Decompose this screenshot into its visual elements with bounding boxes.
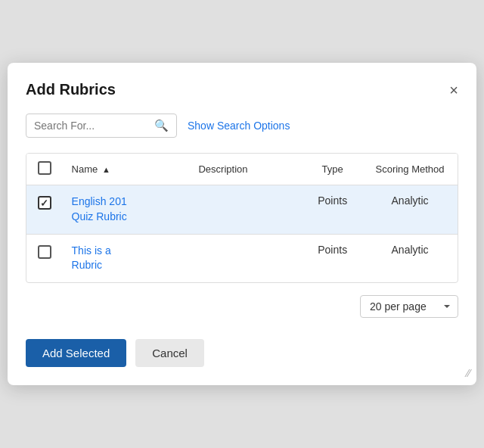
search-input[interactable]: [34, 120, 151, 132]
row-name-cell: English 201 Quiz Rubric: [63, 185, 144, 234]
row-checkbox[interactable]: ✓: [38, 196, 51, 210]
search-icon: 🔍: [154, 119, 169, 132]
header-name: Name ▲: [63, 154, 144, 185]
search-box: 🔍: [26, 114, 177, 138]
sort-arrow-icon: ▲: [102, 165, 110, 174]
cancel-button[interactable]: Cancel: [135, 339, 204, 367]
modal-title: Add Rubrics: [26, 81, 116, 98]
show-search-options-link[interactable]: Show Search Options: [188, 120, 290, 132]
row-checkbox-cell: ✓: [26, 185, 63, 234]
row-type-cell: Points: [302, 185, 362, 234]
search-row: 🔍 Show Search Options: [26, 114, 458, 138]
row-checkbox-cell: [26, 234, 63, 282]
table-row: ✓English 201 Quiz RubricPointsAnalytic: [26, 185, 458, 234]
row-description-cell: [144, 185, 303, 234]
header-checkbox-cell: [26, 154, 63, 185]
pagination-row: 20 per page50 per page100 per page: [26, 295, 458, 318]
rubrics-table-wrapper: Name ▲ Description Type Scoring Method ✓…: [26, 153, 458, 282]
rubric-name-link[interactable]: This is a Rubric: [72, 244, 111, 272]
table-row: This is a RubricPointsAnalytic: [26, 234, 458, 282]
table-header-row: Name ▲ Description Type Scoring Method: [26, 154, 458, 185]
modal-header: Add Rubrics ×: [26, 81, 458, 98]
header-scoring-method: Scoring Method: [362, 154, 458, 185]
checkmark-icon: ✓: [40, 198, 48, 209]
row-name-cell: This is a Rubric: [63, 234, 144, 282]
resize-handle-icon: ∕∕: [467, 367, 470, 379]
row-checkbox[interactable]: [38, 245, 51, 259]
row-scoring-text: Analytic: [392, 244, 429, 256]
row-description-cell: [144, 234, 303, 282]
row-type-cell: Points: [302, 234, 362, 282]
row-type-text: Points: [318, 194, 347, 207]
footer-row: Add Selected Cancel: [26, 333, 458, 367]
row-scoring-text: Analytic: [392, 194, 429, 207]
add-rubrics-modal: Add Rubrics × 🔍 Show Search Options Name…: [8, 63, 476, 384]
per-page-select[interactable]: 20 per page50 per page100 per page: [360, 295, 458, 318]
close-button[interactable]: ×: [449, 82, 458, 98]
row-scoring-cell: Analytic: [362, 185, 458, 234]
header-type: Type: [302, 154, 362, 185]
add-selected-button[interactable]: Add Selected: [26, 339, 126, 367]
rubrics-table: Name ▲ Description Type Scoring Method ✓…: [26, 154, 458, 282]
row-scoring-cell: Analytic: [362, 234, 458, 282]
rubric-name-link[interactable]: English 201 Quiz Rubric: [72, 195, 127, 222]
header-description: Description: [144, 154, 303, 185]
select-all-checkbox[interactable]: [38, 161, 51, 175]
row-type-text: Points: [318, 244, 347, 256]
